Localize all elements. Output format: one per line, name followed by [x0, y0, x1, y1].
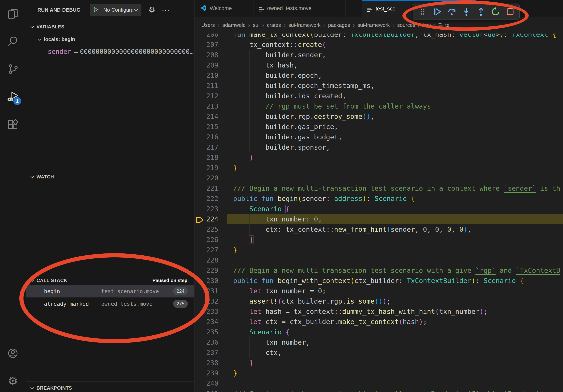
line-number[interactable]: 215 — [194, 122, 218, 132]
call-stack-section-header[interactable]: CALL STACK Paused on step — [26, 276, 194, 285]
variable-row[interactable]: sender = 0000000000000000000000000000… — [26, 46, 194, 57]
breakpoints-label: BREAKPOINTS — [37, 385, 72, 391]
line-number[interactable]: 232 — [194, 296, 218, 306]
line-number[interactable]: 226 — [194, 235, 218, 245]
breadcrumb-separator-icon: › — [353, 22, 355, 28]
line-number[interactable]: 218 — [194, 152, 218, 163]
indent-guide — [233, 224, 233, 235]
indent-guide — [249, 132, 250, 142]
code-line-206: 206fun make_tx_context(builder: TxContex… — [194, 34, 563, 39]
line-content: builder.rgp.destroy_some(), — [227, 111, 563, 122]
launch-configuration-dropdown[interactable]: No Configura — [90, 4, 141, 16]
restart-button[interactable] — [490, 6, 501, 17]
code-line-238: 238 } — [194, 358, 563, 368]
line-number[interactable]: 207 — [194, 39, 218, 50]
breadcrumb-item[interactable]: crates — [267, 22, 281, 28]
breadcrumb-separator-icon: › — [418, 22, 420, 28]
code-line-210: 210 builder.epoch, — [194, 70, 563, 80]
breadcrumb-item[interactable]: Users — [201, 22, 215, 28]
line-number[interactable]: 210 — [194, 70, 218, 80]
step-out-button[interactable] — [475, 6, 487, 17]
search-icon[interactable] — [0, 28, 26, 55]
line-number[interactable]: 231 — [194, 286, 218, 296]
line-number[interactable]: 224 — [194, 214, 218, 224]
line-content: Scenario { — [227, 327, 563, 337]
line-number[interactable]: 229 — [194, 265, 218, 275]
line-number[interactable]: 214 — [194, 111, 218, 122]
indent-guide — [249, 224, 250, 235]
line-number[interactable]: 222 — [194, 194, 218, 204]
line-number[interactable]: 227 — [194, 245, 218, 255]
tab-owned_tests.move[interactable]: owned_tests.move — [254, 0, 345, 17]
line-number[interactable]: 235 — [194, 327, 218, 337]
line-content: txn_number, — [227, 337, 563, 347]
run-and-debug-icon[interactable]: 1 — [0, 83, 26, 111]
variables-section-header[interactable]: VARIABLES — [26, 21, 194, 32]
line-number[interactable]: 209 — [194, 60, 218, 70]
breadcrumb-item[interactable]: sui-framework — [288, 22, 320, 28]
line-number[interactable]: 234 — [194, 317, 218, 327]
line-number[interactable]: 212 — [194, 91, 218, 101]
line-number[interactable]: 221 — [194, 183, 218, 194]
account-icon[interactable] — [0, 340, 26, 367]
breadcrumb-item[interactable]: sources — [397, 22, 415, 28]
line-number[interactable]: 241 — [194, 389, 218, 392]
breadcrumb-file-item[interactable]: te — [438, 22, 449, 28]
drag-handle-icon[interactable] — [417, 6, 428, 17]
breakpoints-section-header[interactable]: BREAKPOINTS — [26, 382, 194, 392]
stop-button[interactable] — [504, 6, 516, 17]
breadcrumb-item[interactable]: sui-framework — [358, 22, 390, 28]
tab-Welcome[interactable]: Welcome — [194, 0, 254, 17]
step-into-button[interactable] — [461, 6, 472, 17]
line-content: } — [227, 358, 563, 368]
line-number[interactable]: 230 — [194, 275, 218, 286]
line-number[interactable]: 240 — [194, 378, 218, 389]
watch-section-header[interactable]: WATCH — [26, 171, 194, 182]
line-content: } — [227, 368, 563, 378]
line-number[interactable]: 220 — [194, 173, 218, 183]
line-number[interactable]: 236 — [194, 337, 218, 347]
breadcrumb-item[interactable]: sui — [253, 22, 259, 28]
line-number[interactable]: 213 — [194, 101, 218, 111]
breadcrumb-separator-icon: › — [218, 22, 219, 28]
source-control-icon[interactable] — [0, 55, 26, 83]
line-number[interactable]: 238 — [194, 358, 218, 368]
line-number[interactable]: 223 — [194, 204, 218, 214]
line-content: /// Begin a new multi-transaction test s… — [227, 183, 563, 194]
code-editor[interactable]: 206fun make_tx_context(builder: TxContex… — [194, 34, 563, 392]
indent-guide — [233, 347, 233, 358]
line-number[interactable]: 216 — [194, 132, 218, 142]
indent-guide — [233, 286, 233, 296]
settings-icon[interactable]: ⚙ — [0, 367, 26, 392]
line-number[interactable]: 233 — [194, 306, 218, 317]
step-over-button[interactable] — [446, 6, 458, 17]
call-stack-frame[interactable]: already_markedowned_tests.move275 — [26, 298, 194, 310]
line-number[interactable]: 239 — [194, 368, 218, 378]
breadcrumb-separator-icon: › — [393, 22, 395, 28]
code-line-232: 232 assert!(ctx_builder.rgp.is_some()); — [194, 296, 563, 306]
tab-label: owned_tests.move — [267, 5, 311, 12]
code-line-226: 226 } — [194, 235, 563, 245]
line-number[interactable]: 219 — [194, 163, 218, 173]
breadcrumb-item[interactable]: packages — [328, 22, 350, 28]
line-number[interactable]: 206 — [194, 34, 218, 39]
line-number[interactable]: 217 — [194, 142, 218, 152]
line-number[interactable]: 225 — [194, 224, 218, 235]
gear-icon[interactable]: ⚙ — [149, 6, 155, 14]
explorer-icon[interactable] — [0, 0, 26, 28]
breadcrumb-item[interactable]: adamwelc — [222, 22, 245, 28]
indent-guide — [249, 60, 250, 70]
line-content: public fun begin(sender: address): Scena… — [227, 194, 563, 204]
line-number[interactable]: 211 — [194, 80, 218, 91]
line-number[interactable]: 208 — [194, 50, 218, 60]
frame-function: already_marked — [44, 301, 101, 307]
extensions-icon[interactable] — [0, 111, 26, 138]
line-number[interactable]: 228 — [194, 255, 218, 265]
line-number[interactable]: 237 — [194, 347, 218, 358]
variables-scope-row[interactable]: locals: begin — [26, 34, 194, 45]
continue-button[interactable] — [431, 6, 443, 17]
line-content: ctx: tx_context::new_from_hint(sender, 0… — [227, 224, 563, 235]
call-stack-frame[interactable]: begintest_scenario.move224 — [26, 285, 194, 298]
indent-guide — [233, 122, 233, 132]
breadcrumb-item[interactable]: test — [423, 22, 431, 28]
